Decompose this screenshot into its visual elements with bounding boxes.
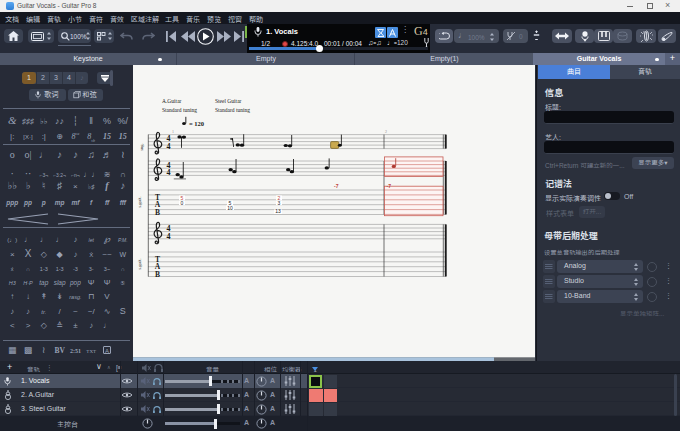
svg-text:4: 4 [167, 232, 171, 241]
svg-text:-7: -7 [387, 183, 392, 189]
svg-text:-7: -7 [334, 183, 339, 189]
svg-text:Standard tuning: Standard tuning [162, 107, 197, 113]
svg-text:B: B [155, 208, 160, 217]
svg-text:B: B [155, 270, 160, 279]
svg-text:4: 4 [167, 168, 171, 177]
svg-text:s.guit.: s.guit. [137, 258, 142, 269]
svg-text:10: 10 [227, 205, 233, 211]
svg-text:A.Guitar: A.Guitar [162, 98, 182, 104]
svg-text:1: 1 [172, 129, 174, 134]
svg-text:0: 0 [181, 200, 184, 206]
svg-text:4: 4 [167, 142, 171, 151]
svg-text:Standard tuning: Standard tuning [215, 107, 250, 113]
svg-text:3: 3 [278, 200, 281, 206]
svg-text:13: 13 [275, 208, 281, 214]
svg-text:s.guit.: s.guit. [137, 196, 142, 207]
svg-text:sng.: sng. [139, 143, 144, 151]
svg-text:2: 2 [385, 129, 387, 134]
svg-text:Steel Guitar: Steel Guitar [215, 98, 242, 104]
svg-text:= 120: = 120 [189, 120, 204, 127]
